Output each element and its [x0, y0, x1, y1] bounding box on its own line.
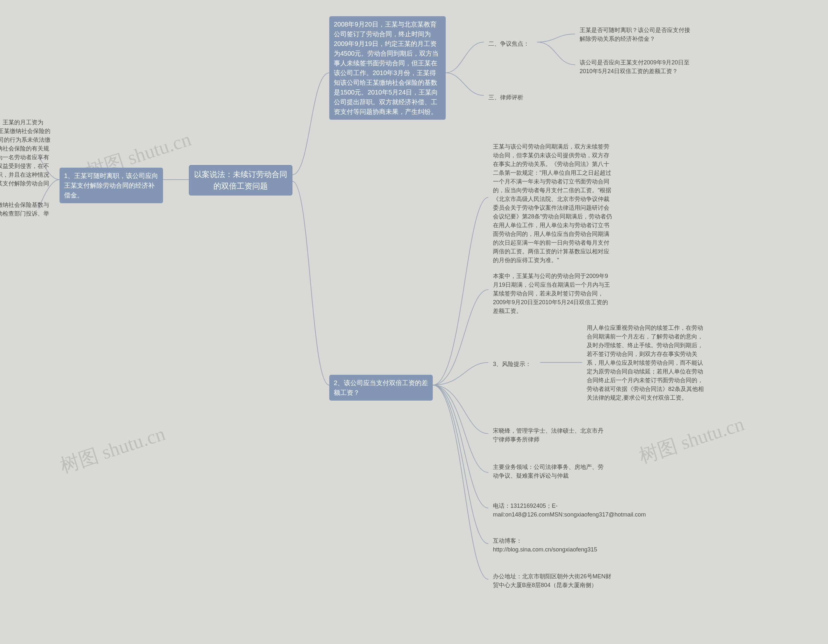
legal-text: 王某与该公司劳动合同期满后，双方未续签劳动合同，但李某仍未该公司提供劳动，双方存…: [493, 143, 612, 264]
case-conclude-node[interactable]: 本案中，王某某与公司的劳动合同于2009年9月19日期满，公司应当在期满后一个月…: [488, 269, 618, 319]
risk-text-node[interactable]: 用人单位应重视劳动合同的续签工作，在劳动合同期满前一个月左右，了解劳动者的意向，…: [582, 320, 712, 405]
dispute-label[interactable]: 二、争议焦点：: [484, 36, 536, 52]
double-wage-text: 2、该公司应当支付双倍工资的差额工资？: [334, 379, 428, 396]
left-leaf-2-text: 另外，王某可就该公司缴纳社会保险基数与其收入不符为由，向劳动检查部门投诉、举报，…: [0, 202, 49, 226]
left-leaf-2[interactable]: 另外，王某可就该公司缴纳社会保险基数与其收入不符为由，向劳动检查部门投诉、举报，…: [0, 197, 57, 230]
lawyer-analysis-label[interactable]: 三、律师评析: [484, 90, 536, 105]
case-facts-node[interactable]: 2008年9月20日，王某与北京某教育公司签订了劳动合同，终止时间为2009年9…: [329, 16, 446, 120]
left-leaf-1[interactable]: 王某在该公司任职期间，王某的月工资为4500元，而用人单位给王某缴纳社会保险的基…: [0, 115, 57, 200]
dispute-label-text: 二、争议焦点：: [488, 41, 529, 47]
root-node[interactable]: 以案说法：未续订劳动合同的双倍工资问题: [189, 165, 292, 195]
left-leaf-1-text: 王某在该公司任职期间，王某的月工资为4500元，而用人单位给王某缴纳社会保险的基…: [0, 119, 50, 195]
lawyer-bio-text: 宋晓锋，管理学学士、法律硕士、北京市丹宁律师事务所律师: [493, 427, 604, 443]
dispute-q2-text: 该公司是否应向王某支付2009年9月20日至2010年5月24日双倍工资的差额工…: [580, 59, 690, 74]
left-sub-node[interactable]: 1、王某可随时离职，该公司应向王某支付解除劳动合同的经济补偿金。: [60, 168, 163, 203]
lawyer-contact[interactable]: 电话：13121692405；E-mail:on148@126.comMSN:s…: [488, 498, 618, 522]
dispute-q1-text: 王某是否可随时离职？该公司是否应支付接解除劳动关系的经济补偿金？: [580, 27, 690, 42]
lawyer-analysis-text: 三、律师评析: [488, 94, 523, 101]
root-title: 以案说法：未续订劳动合同的双倍工资问题: [194, 170, 287, 190]
risk-label[interactable]: 3、风险提示：: [488, 357, 540, 372]
risk-text: 用人单位应重视劳动合同的续签工作，在劳动合同期满前一个月左右，了解劳动者的意向，…: [587, 325, 704, 401]
lawyer-bio[interactable]: 宋晓锋，管理学学士、法律硕士、北京市丹宁律师事务所律师: [488, 423, 608, 447]
lawyer-contact-text: 电话：13121692405；E-mail:on148@126.comMSN:s…: [493, 503, 646, 518]
watermark: 树图 shutu.cn: [636, 411, 748, 470]
risk-label-text: 3、风险提示：: [493, 361, 531, 367]
lawyer-blog-text: 互动博客：http://blog.sina.com.cn/songxiaofen…: [493, 537, 597, 553]
lawyer-area[interactable]: 主要业务领域：公司法律事务、房地产、劳动争议、疑难案件诉讼与仲裁: [488, 460, 608, 484]
watermark: 树图 shutu.cn: [57, 421, 168, 479]
lawyer-area-text: 主要业务领域：公司法律事务、房地产、劳动争议、疑难案件诉讼与仲裁: [493, 464, 604, 479]
double-wage-node[interactable]: 2、该公司应当支付双倍工资的差额工资？: [329, 375, 433, 401]
left-sub-text: 1、王某可随时离职，该公司应向王某支付解除劳动合同的经济补偿金。: [64, 172, 158, 199]
mindmap-canvas[interactable]: 树图 shutu.cn 树图 shutu.cn 树图 shutu.cn: [0, 0, 828, 644]
case-conclude-text: 本案中，王某某与公司的劳动合同于2009年9月19日期满，公司应当在期满后一个月…: [493, 273, 610, 314]
lawyer-addr-text: 办公地址：北京市朝阳区朝外大街26号MEN财贸中心大厦B座8层804（昆泰大厦南…: [493, 573, 611, 588]
case-facts-text: 2008年9月20日，王某与北京某教育公司签订了劳动合同，终止时间为2009年9…: [334, 21, 439, 115]
dispute-q1[interactable]: 王某是否可随时离职？该公司是否应支付接解除劳动关系的经济补偿金？: [575, 23, 698, 47]
lawyer-blog[interactable]: 互动博客：http://blog.sina.com.cn/songxiaofen…: [488, 533, 618, 557]
lawyer-addr[interactable]: 办公地址：北京市朝阳区朝外大街26号MEN财贸中心大厦B座8层804（昆泰大厦南…: [488, 569, 618, 593]
dispute-q2[interactable]: 该公司是否应向王某支付2009年9月20日至2010年5月24日双倍工资的差额工…: [575, 55, 698, 79]
legal-text-node[interactable]: 王某与该公司劳动合同期满后，双方未续签劳动合同，但李某仍未该公司提供劳动，双方存…: [488, 139, 618, 268]
